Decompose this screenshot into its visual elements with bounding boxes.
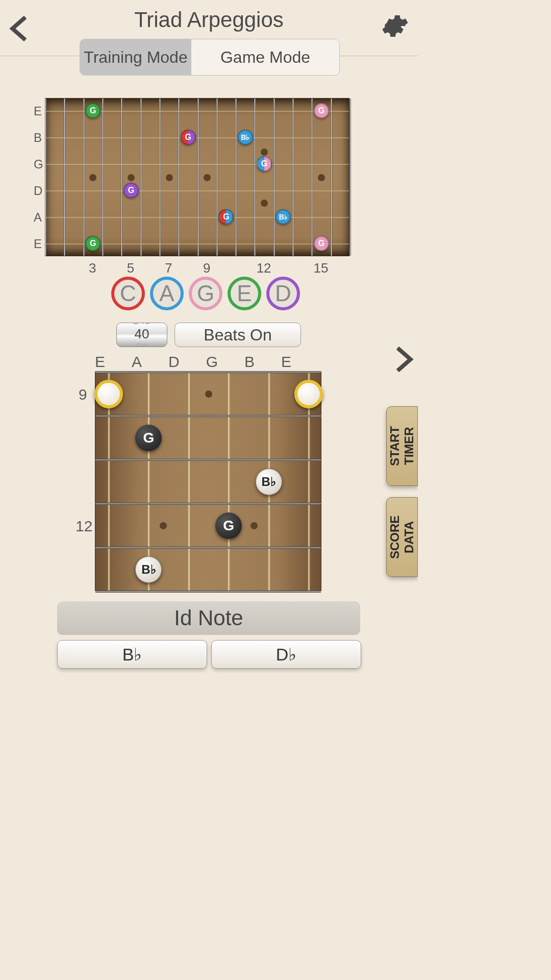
fretboard-marker: G xyxy=(218,209,234,225)
answer-buttons: B♭ D♭ xyxy=(57,640,361,669)
chord-marker: G xyxy=(215,512,242,539)
fretboard-marker: G xyxy=(181,130,196,145)
caged-a[interactable]: A xyxy=(150,277,184,310)
caged-d[interactable]: D xyxy=(266,277,300,310)
chord-marker xyxy=(294,380,323,408)
fretboard-overview: E B G D A E GGB♭GGGB♭GGG 35791215 xyxy=(45,98,349,256)
fretboard-marker: B♭ xyxy=(276,209,291,225)
fret-numbers: 35791215 xyxy=(45,260,349,276)
training-mode-tab[interactable]: Training Mode xyxy=(80,39,191,75)
tempo-value: 40 xyxy=(135,327,149,340)
game-mode-tab[interactable]: Game Mode xyxy=(191,39,339,75)
caged-e[interactable]: E xyxy=(228,277,261,310)
fretboard-marker: G xyxy=(257,156,272,172)
answer-option-2[interactable]: D♭ xyxy=(211,640,361,669)
beats-toggle[interactable]: Beats On xyxy=(174,323,301,347)
fretboard-marker: G xyxy=(123,183,139,198)
chord-string-labels: E A D G B E xyxy=(95,353,291,371)
header: Triad Arpeggios Training Mode Game Mode xyxy=(0,0,418,56)
chord-marker: G xyxy=(135,425,162,451)
mode-toggle: Training Mode Game Mode xyxy=(80,39,340,76)
back-button[interactable] xyxy=(9,15,29,42)
caged-c[interactable]: C xyxy=(111,277,145,310)
chord-marker xyxy=(94,380,123,408)
next-button[interactable] xyxy=(394,346,414,373)
chord-marker: B♭ xyxy=(256,469,282,495)
answer-option-1[interactable]: B♭ xyxy=(57,640,207,669)
chord-fret-12: 12 xyxy=(76,518,92,535)
tempo-picker[interactable]: 240 40 50 xyxy=(116,323,167,347)
start-timer-button[interactable]: START TIMER xyxy=(386,406,418,486)
chord-marker: B♭ xyxy=(135,556,162,583)
fretboard-marker: G xyxy=(314,236,329,251)
chord-fret-9: 9 xyxy=(79,386,87,403)
caged-g[interactable]: G xyxy=(189,277,222,310)
string-labels: E B G D A E xyxy=(34,98,43,256)
fretboard[interactable]: GGB♭GGGB♭GGG xyxy=(45,98,349,256)
fretboard-marker: G xyxy=(85,236,101,251)
chord-diagram[interactable]: GB♭GB♭ xyxy=(95,372,321,591)
id-note-label: Id Note xyxy=(57,601,360,635)
fretboard-marker: G xyxy=(314,103,329,118)
score-data-button[interactable]: SCORE DATA xyxy=(386,497,418,577)
fretboard-marker: G xyxy=(85,103,101,118)
fretboard-marker: B♭ xyxy=(238,130,253,145)
caged-shape-selector: C A G E D xyxy=(111,277,300,310)
settings-button[interactable] xyxy=(379,11,409,41)
page-title: Triad Arpeggios xyxy=(0,0,418,32)
